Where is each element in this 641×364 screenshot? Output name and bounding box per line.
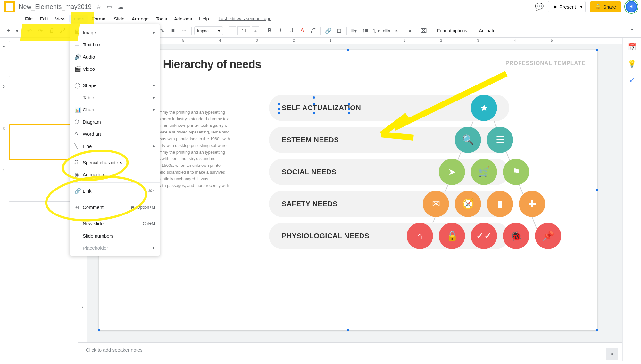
share-button[interactable]: 🔒 Share [590, 1, 621, 12]
explore-button[interactable]: ✦ [606, 348, 618, 360]
speaker-notes[interactable]: Click to add speaker notes [78, 342, 622, 361]
slide-subtitle[interactable]: PROFESSIONAL TEMPLATE [505, 60, 586, 67]
menu-item-new-slide[interactable]: New slideCtrl+M [70, 217, 160, 230]
doc-actions: ☆ ▭ ☁ [92, 4, 123, 10]
slide-thumb-1[interactable] [9, 41, 73, 77]
star-icon[interactable]: ☆ [96, 4, 101, 10]
menu-tools[interactable]: Tools [153, 15, 170, 23]
menu-item-link[interactable]: 🔗Link⌘K [70, 185, 160, 197]
lock-icon[interactable]: 🔒 [439, 223, 465, 249]
bold-button[interactable]: B [265, 26, 274, 36]
underline-button[interactable]: U [287, 26, 296, 36]
bulleted-list-button[interactable]: •≡▾ [382, 26, 392, 36]
document-title[interactable]: New_Elements_may2019 [19, 3, 92, 11]
slide-thumb-3[interactable] [9, 124, 73, 160]
highlight-button[interactable]: 🖍 [308, 26, 318, 36]
slides-logo[interactable] [4, 1, 15, 12]
menu-addons[interactable]: Add-ons [171, 15, 195, 23]
new-slide-button[interactable]: + [4, 26, 13, 36]
move-icon[interactable]: ▭ [107, 4, 112, 10]
mail-icon[interactable]: ✉ [423, 191, 449, 217]
horizontal-ruler[interactable]: 765432112345 [78, 38, 622, 44]
text-color-button[interactable]: A [297, 26, 307, 36]
hide-panel-button[interactable]: › [619, 363, 628, 364]
menu-item-placeholder[interactable]: Placeholder▸ [70, 242, 160, 254]
slide-thumb-4[interactable] [9, 166, 73, 202]
numbered-list-button[interactable]: ⒈▾ [371, 26, 381, 36]
slide-thumb-2[interactable] [9, 83, 73, 118]
menu-arrange[interactable]: Arrange [129, 15, 152, 23]
menu-format[interactable]: Format [88, 15, 110, 23]
menu-item-diagram[interactable]: ⬡Diagram [70, 116, 160, 128]
selected-textbox[interactable] [279, 104, 349, 113]
border-dash-button[interactable]: ┄ [179, 26, 189, 36]
menu-item-line[interactable]: ╲Line▸ [70, 140, 160, 152]
calendar-icon[interactable]: 📅 [628, 43, 636, 51]
list-icon[interactable]: ☰ [487, 127, 513, 153]
menu-item-special-characters[interactable]: ΩSpecial characters [70, 156, 160, 168]
keep-icon[interactable]: 💡 [628, 60, 636, 68]
align-button[interactable]: ≡▾ [349, 26, 359, 36]
menu-item-image[interactable]: 🖼Image▸ [70, 26, 160, 38]
font-size-input[interactable]: 11 [237, 26, 250, 35]
present-button[interactable]: ▶ Present ▾ [548, 1, 586, 12]
collapse-toolbar-button[interactable]: ⌃ [627, 28, 637, 34]
book-icon[interactable]: ▮ [487, 191, 513, 217]
puzzle-icon[interactable]: ✚ [519, 191, 545, 217]
clear-formatting-button[interactable]: ⌧ [419, 26, 429, 36]
menu-item-chart[interactable]: 📊Chart▸ [70, 103, 160, 116]
font-select[interactable]: Impact▾ [194, 26, 223, 35]
decrease-indent-button[interactable]: ⇤ [393, 26, 403, 36]
home-icon[interactable]: ⌂ [407, 223, 433, 249]
menu-item-word-art[interactable]: AWord art [70, 128, 160, 140]
menu-item-video[interactable]: 🎬Video [70, 63, 160, 75]
chevron-down-icon[interactable]: ▾ [15, 26, 19, 36]
cloud-icon[interactable]: ☁ [118, 4, 123, 10]
cart-icon[interactable]: 🛒 [471, 159, 497, 185]
search-icon[interactable]: 🔍 [455, 127, 481, 153]
undo-button[interactable]: ↶ [25, 26, 34, 36]
increase-font-button[interactable]: + [252, 26, 259, 35]
flag-icon[interactable]: ⚑ [503, 159, 529, 185]
menu-item-audio[interactable]: 🔊Audio [70, 51, 160, 63]
comment-button[interactable]: ⊞ [334, 26, 344, 36]
menu-item-comment[interactable]: ⊞Comment⌘+Option+M [70, 201, 160, 213]
menu-help[interactable]: Help [196, 15, 212, 23]
tasks-icon[interactable]: ✓ [629, 76, 635, 85]
menu-item-animation[interactable]: ◉Animation [70, 168, 160, 181]
print-button[interactable]: 🖨 [46, 26, 56, 36]
menu-view[interactable]: View [52, 15, 69, 23]
menu-edit[interactable]: Edit [37, 15, 51, 23]
menu-insert[interactable]: Insert [69, 15, 88, 23]
line-spacing-button[interactable]: ↕≡ [360, 26, 370, 36]
grid-view-button[interactable]: ⊞ [22, 363, 31, 364]
send-icon[interactable]: ➤ [439, 159, 465, 185]
italic-button[interactable]: I [276, 26, 285, 36]
format-options-button[interactable]: Format options [434, 28, 470, 33]
comments-icon[interactable]: 💬 [535, 3, 544, 11]
compass-icon[interactable]: 🧭 [455, 191, 481, 217]
filmstrip[interactable]: 1 2 3 4 [0, 38, 78, 361]
chevron-down-icon[interactable]: ▾ [578, 4, 583, 10]
menu-item-text-box[interactable]: ▭Text box [70, 38, 160, 51]
filmstrip-view-button[interactable]: ▦ [6, 363, 15, 364]
menu-item-slide-numbers[interactable]: Slide numbers [70, 230, 160, 242]
bug-icon[interactable]: 🐞 [503, 223, 529, 249]
increase-indent-button[interactable]: ⇥ [404, 26, 413, 36]
menu-item-shape[interactable]: ◯Shape▸ [70, 79, 160, 91]
menu-item-table[interactable]: Table▸ [70, 91, 160, 103]
redo-button[interactable]: ↷ [36, 26, 45, 36]
animate-button[interactable]: Animate [476, 28, 498, 33]
star-icon[interactable]: ★ [471, 95, 497, 121]
avatar[interactable]: HI [626, 1, 637, 12]
pin-icon[interactable]: 📌 [535, 223, 561, 249]
paint-format-button[interactable]: 🖌 [57, 26, 67, 36]
check-icon[interactable]: ✓✓ [471, 223, 497, 249]
menu-slide[interactable]: Slide [111, 15, 128, 23]
border-weight-button[interactable]: ≡ [168, 26, 178, 36]
slide-canvas[interactable]: Maslow's Hierarchy of needs PROFESSIONAL… [99, 50, 597, 330]
last-edit-link[interactable]: Last edit was seconds ago [215, 15, 275, 22]
decrease-font-button[interactable]: − [229, 26, 236, 35]
link-button[interactable]: 🔗 [323, 26, 333, 36]
menu-file[interactable]: File [22, 15, 36, 23]
